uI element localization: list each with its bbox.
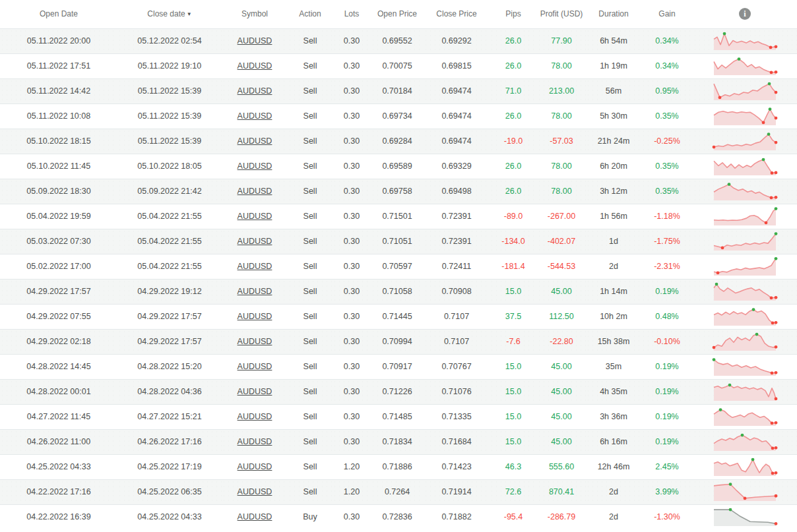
open-price-cell: 0.71485 (371, 404, 424, 429)
open-date-cell: 05.11.2022 14:42 (0, 78, 117, 103)
symbol-link[interactable]: AUDUSD (238, 387, 272, 396)
table-row: 04.25.2022 04:33 04.25.2022 17:19 AUDUSD… (0, 454, 797, 479)
table-row: 05.03.2022 07:30 05.04.2022 21:55 AUDUSD… (0, 229, 797, 254)
action-cell: Sell (288, 229, 333, 254)
duration-cell: 3h 12m (586, 179, 641, 204)
gain-cell: 0.34% (641, 53, 693, 78)
pips-cell: 26.0 (490, 179, 537, 204)
chart-cell (693, 279, 797, 304)
symbol-link[interactable]: AUDUSD (238, 337, 272, 346)
symbol-link[interactable]: AUDUSD (238, 312, 272, 321)
duration-cell: 35m (586, 354, 641, 379)
open-date-cell: 04.28.2022 14:45 (0, 354, 117, 379)
action-cell: Sell (288, 404, 333, 429)
symbol-cell: AUDUSD (222, 28, 288, 53)
symbol-link[interactable]: AUDUSD (238, 237, 272, 246)
info-icon[interactable]: i (739, 8, 751, 20)
close-date-cell: 04.26.2022 17:16 (117, 429, 222, 454)
symbol-link[interactable]: AUDUSD (238, 212, 272, 221)
profit-cell: 45.00 (537, 354, 586, 379)
symbol-link[interactable]: AUDUSD (238, 86, 272, 96)
close-date-cell: 04.29.2022 17:57 (117, 329, 222, 354)
symbol-link[interactable]: AUDUSD (238, 462, 272, 471)
close-price-cell: 0.71914 (424, 479, 490, 504)
profit-cell: -286.79 (537, 504, 586, 529)
symbol-link[interactable]: AUDUSD (238, 437, 272, 446)
close-date-cell: 04.28.2022 04:36 (117, 379, 222, 404)
lots-cell: 0.30 (333, 129, 371, 154)
pips-cell: 26.0 (490, 103, 537, 129)
profit-cell: 112.50 (537, 304, 586, 329)
close-date-cell: 04.29.2022 17:57 (117, 304, 222, 329)
column-header-symbol[interactable]: Symbol (222, 0, 288, 28)
symbol-cell: AUDUSD (222, 479, 288, 504)
symbol-cell: AUDUSD (222, 279, 288, 304)
symbol-link[interactable]: AUDUSD (238, 162, 272, 171)
column-header-open-date[interactable]: Open Date (0, 0, 117, 28)
symbol-link[interactable]: AUDUSD (238, 362, 272, 371)
lots-cell: 0.30 (333, 53, 371, 78)
symbol-link[interactable]: AUDUSD (238, 61, 272, 71)
chart-cell (693, 454, 797, 479)
chart-cell (693, 129, 797, 154)
action-cell: Sell (288, 279, 333, 304)
open-price-cell: 0.69734 (371, 103, 424, 129)
profit-cell: 45.00 (537, 279, 586, 304)
pips-cell: 72.6 (490, 479, 537, 504)
open-date-cell: 04.27.2022 11:45 (0, 404, 117, 429)
column-header-gain[interactable]: Gain (641, 0, 693, 28)
symbol-link[interactable]: AUDUSD (238, 136, 272, 146)
open-date-cell: 04.29.2022 17:57 (0, 279, 117, 304)
close-date-cell: 05.11.2022 15:39 (117, 129, 222, 154)
column-header-close-price[interactable]: Close Price (424, 0, 490, 28)
column-header-duration[interactable]: Duration (586, 0, 641, 28)
symbol-link[interactable]: AUDUSD (238, 36, 272, 45)
action-cell: Sell (288, 329, 333, 354)
symbol-cell: AUDUSD (222, 329, 288, 354)
action-cell: Sell (288, 179, 333, 204)
column-header-lots[interactable]: Lots (333, 0, 371, 28)
profit-cell: 78.00 (537, 53, 586, 78)
chart-cell (693, 53, 797, 78)
lots-cell: 0.30 (333, 103, 371, 129)
symbol-cell: AUDUSD (222, 129, 288, 154)
symbol-link[interactable]: AUDUSD (238, 262, 272, 271)
trade-sparkline (712, 156, 778, 177)
symbol-link[interactable]: AUDUSD (238, 287, 272, 296)
symbol-link[interactable]: AUDUSD (238, 187, 272, 196)
column-header-close-date[interactable]: Close date▼ (117, 0, 222, 28)
profit-cell: -22.80 (537, 329, 586, 354)
symbol-link[interactable]: AUDUSD (238, 111, 272, 121)
duration-cell: 6h 20m (586, 154, 641, 179)
open-price-cell: 0.71445 (371, 304, 424, 329)
symbol-link[interactable]: AUDUSD (238, 412, 272, 421)
gain-cell: 0.19% (641, 404, 693, 429)
table-row: 04.26.2022 11:00 04.26.2022 17:16 AUDUSD… (0, 429, 797, 454)
close-date-cell: 05.04.2022 21:55 (117, 204, 222, 229)
table-row: 05.10.2022 11:45 05.10.2022 18:05 AUDUSD… (0, 154, 797, 179)
trade-sparkline (712, 181, 778, 202)
pips-cell: -89.0 (490, 204, 537, 229)
gain-cell: 0.48% (641, 304, 693, 329)
symbol-link[interactable]: AUDUSD (238, 487, 272, 496)
open-price-cell: 0.70597 (371, 254, 424, 279)
open-date-cell: 04.22.2022 16:39 (0, 504, 117, 529)
symbol-link[interactable]: AUDUSD (238, 512, 272, 521)
open-date-cell: 05.10.2022 18:15 (0, 129, 117, 154)
chart-cell (693, 28, 797, 53)
column-header-action[interactable]: Action (288, 0, 333, 28)
table-row: 04.22.2022 17:16 04.25.2022 06:35 AUDUSD… (0, 479, 797, 504)
column-header-profit[interactable]: Profit (USD) (537, 0, 586, 28)
column-header-pips[interactable]: Pips (490, 0, 537, 28)
duration-cell: 2d (586, 479, 641, 504)
column-header-open-price[interactable]: Open Price (371, 0, 424, 28)
symbol-cell: AUDUSD (222, 229, 288, 254)
pips-cell: 15.0 (490, 379, 537, 404)
action-cell: Sell (288, 78, 333, 103)
close-price-cell: 0.69498 (424, 179, 490, 204)
symbol-cell: AUDUSD (222, 454, 288, 479)
duration-cell: 1h 19m (586, 53, 641, 78)
lots-cell: 0.30 (333, 179, 371, 204)
open-price-cell: 0.70075 (371, 53, 424, 78)
pips-cell: 26.0 (490, 53, 537, 78)
